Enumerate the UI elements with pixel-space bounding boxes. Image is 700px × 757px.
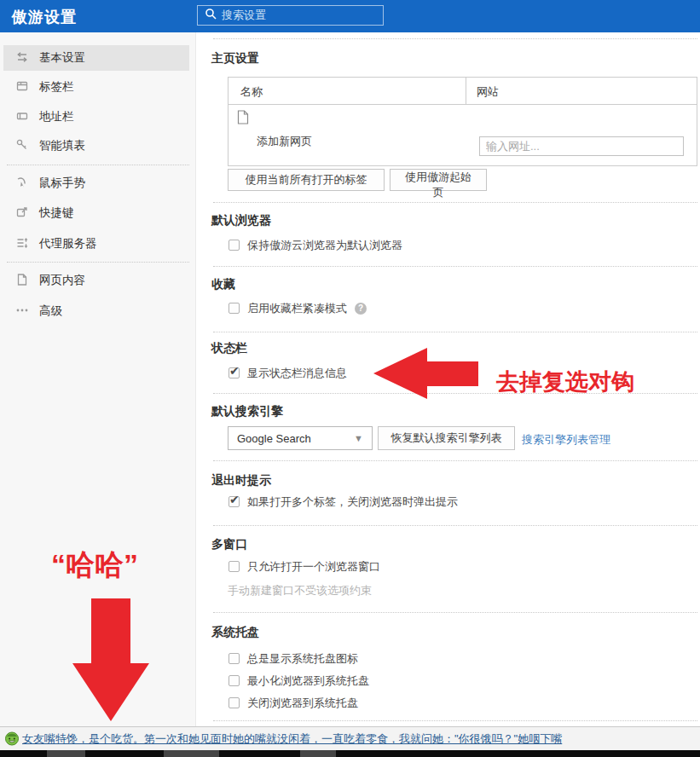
status-bar-joke-link[interactable]: 女友嘴特馋，是个吃货。第一次和她见面时她的嘴就没闲着，一直吃着零食，我就问她："… <box>22 731 562 747</box>
checkbox-close-to-tray[interactable] <box>229 697 240 708</box>
sidebar-item-proxy-server[interactable]: 代理服务器 <box>3 231 189 257</box>
section-title-exit-prompt: 退出时提示 <box>211 473 271 488</box>
exit-prompt-row: 如果打开多个标签，关闭浏览器时弹出提示 <box>229 494 458 509</box>
key-icon <box>15 138 29 154</box>
checkbox-exit-prompt[interactable] <box>229 496 240 507</box>
red-arrow-down-shaft <box>91 598 130 665</box>
checkbox-label: 保持傲游云浏览器为默认浏览器 <box>247 238 402 253</box>
search-input[interactable]: 搜索设置 <box>197 5 384 26</box>
sidebar-item-smart-fill[interactable]: 智能填表 <box>3 133 189 159</box>
multi-window-note: 手动新建窗口不受该选项约束 <box>228 583 372 598</box>
annotation-haha: “哈哈” <box>51 546 138 585</box>
sidebar-item-label: 标签栏 <box>39 79 74 95</box>
sidebar-item-label: 鼠标手势 <box>39 176 85 191</box>
sidebar-item-label: 高级 <box>39 303 62 319</box>
status-bar-footer: 女友嘴特馋，是个吃货。第一次和她见面时她的嘴就没闲着，一直吃着零食，我就问她："… <box>0 726 700 750</box>
status-bar-row: 显示状态栏消息信息 <box>229 366 347 380</box>
section-divider <box>213 460 697 461</box>
taskbar-segment <box>300 750 336 757</box>
section-divider <box>213 202 697 203</box>
sidebar-item-label: 智能填表 <box>39 138 85 153</box>
homepage-table-header <box>229 78 697 105</box>
section-title-default-browser: 默认浏览器 <box>211 213 271 228</box>
search-placeholder: 搜索设置 <box>222 8 266 23</box>
checkbox-label: 只允许打开一个浏览器窗口 <box>247 559 380 575</box>
annotation-remove-check: 去掉复选对钩 <box>496 367 634 397</box>
table-column-divider <box>466 78 466 105</box>
sidebar-item-shortcuts[interactable]: 快捷键 <box>3 200 189 226</box>
red-arrow-left-shaft <box>426 361 478 386</box>
sidebar-item-web-content[interactable]: 网页内容 <box>3 268 189 293</box>
sidebar-divider <box>7 165 189 165</box>
dropdown-value: Google Search <box>237 432 311 445</box>
section-divider <box>213 720 697 721</box>
chevron-down-icon: ▼ <box>354 433 363 443</box>
sidebar-item-label: 地址栏 <box>39 109 74 124</box>
green-smiley-icon <box>4 731 20 749</box>
restore-search-engines-button[interactable]: 恢复默认搜索引擎列表 <box>378 426 515 450</box>
red-arrow-left-icon <box>373 348 427 399</box>
checkbox-label: 最小化浏览器到系统托盘 <box>247 673 369 689</box>
mouse-gesture-icon <box>15 176 29 192</box>
use-maxthon-start-button[interactable]: 使用傲游起始页 <box>390 169 487 191</box>
checkbox-show-status-messages[interactable] <box>229 367 240 378</box>
section-divider <box>213 612 697 613</box>
page-title: 傲游设置 <box>12 7 77 27</box>
sidebar-item-label: 快捷键 <box>39 205 74 221</box>
header-bar: 傲游设置 搜索设置 <box>0 0 700 32</box>
section-title-status-bar: 状态栏 <box>211 341 247 356</box>
homepage-table: 名称 网站 添加新网页 <box>228 77 697 166</box>
favorites-row: 启用收藏栏紧凑模式 ? <box>229 301 367 315</box>
sidebar-item-tab-bar[interactable]: 标签栏 <box>3 74 189 100</box>
column-header-name: 名称 <box>240 84 263 100</box>
sidebar-item-basic-settings[interactable]: 基本设置 <box>3 45 189 71</box>
multi-window-row: 只允许打开一个浏览器窗口 <box>229 559 380 574</box>
shortcut-icon <box>15 205 29 222</box>
checkbox-minimize-to-tray[interactable] <box>229 675 240 686</box>
checkbox-single-window[interactable] <box>229 561 240 572</box>
sidebar-item-address-bar[interactable]: 地址栏 <box>3 104 189 130</box>
url-input[interactable] <box>479 136 684 156</box>
section-divider <box>213 525 697 526</box>
sidebar-item-label: 基本设置 <box>39 50 85 66</box>
checkbox-label: 启用收藏栏紧凑模式 <box>247 301 347 316</box>
use-current-tabs-button[interactable]: 使用当前所有打开的标签 <box>228 169 385 191</box>
section-title-favorites: 收藏 <box>211 277 235 292</box>
tray-row: 关闭浏览器到系统托盘 <box>229 696 358 710</box>
checkbox-label: 如果打开多个标签，关闭浏览器时弹出提示 <box>247 494 458 510</box>
section-title-multi-window: 多窗口 <box>211 537 247 552</box>
ellipsis-icon <box>15 303 29 320</box>
tray-row: 最小化浏览器到系统托盘 <box>229 673 369 688</box>
tabs-icon <box>15 79 29 95</box>
manage-search-engines-link[interactable]: 搜索引擎列表管理 <box>522 432 610 448</box>
proxy-list-icon <box>15 236 29 252</box>
checkbox-keep-default-browser[interactable] <box>229 240 240 251</box>
section-title-search-engine: 默认搜索引擎 <box>211 404 283 419</box>
search-engine-dropdown[interactable]: Google Search ▼ <box>228 426 373 450</box>
section-title-system-tray: 系统托盘 <box>211 625 259 640</box>
help-question-icon[interactable]: ? <box>355 303 367 315</box>
taskbar-segment <box>47 750 85 757</box>
checkbox-always-show-tray[interactable] <box>229 653 240 664</box>
section-title-homepage: 主页设置 <box>211 51 259 66</box>
address-bar-icon <box>15 109 29 125</box>
sidebar-item-label: 网页内容 <box>39 273 85 288</box>
sidebar-divider <box>7 262 189 263</box>
red-arrow-down-icon <box>72 663 149 721</box>
section-divider <box>213 266 697 267</box>
section-divider <box>213 38 697 39</box>
checkbox-compact-favorites[interactable] <box>229 303 240 314</box>
sidebar-item-label: 代理服务器 <box>39 236 97 251</box>
tray-row: 总是显示系统托盘图标 <box>229 651 358 666</box>
taskbar-segment <box>164 750 219 757</box>
search-icon <box>205 8 217 23</box>
new-page-icon <box>237 110 249 128</box>
checkbox-label: 显示状态栏消息信息 <box>247 366 347 381</box>
checkbox-label: 总是显示系统托盘图标 <box>247 651 358 667</box>
section-divider <box>213 332 697 332</box>
maxthon-settings-window: 傲游设置 搜索设置 基本设置 标签栏 地址栏 智能填表 鼠标手势 <box>0 0 700 757</box>
sidebar-item-mouse-gestures[interactable]: 鼠标手势 <box>3 170 189 196</box>
taskbar-strip <box>0 750 700 757</box>
default-browser-row: 保持傲游云浏览器为默认浏览器 <box>229 238 402 252</box>
sidebar-item-advanced[interactable]: 高级 <box>3 298 189 324</box>
